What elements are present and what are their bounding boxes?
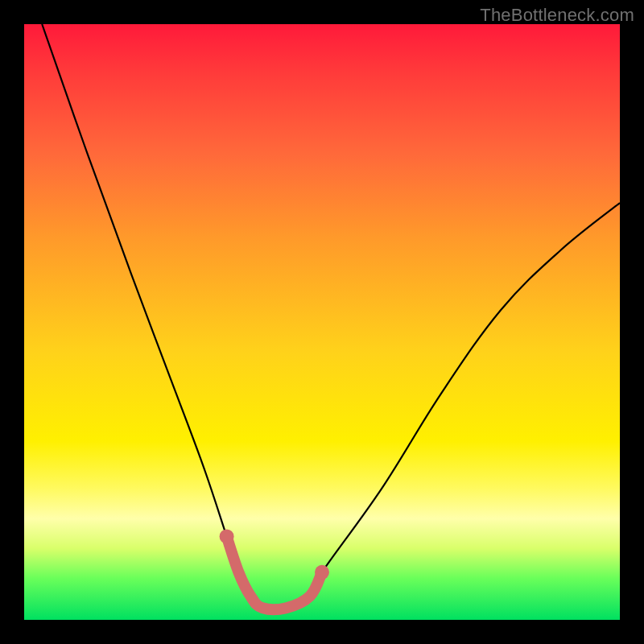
bottleneck-curve-path bbox=[42, 24, 620, 609]
chart-frame: TheBottleneck.com bbox=[0, 0, 644, 644]
watermark-text: TheBottleneck.com bbox=[480, 5, 634, 26]
optimal-zone-endpoint bbox=[315, 565, 329, 580]
chart-plot-area bbox=[24, 24, 620, 620]
optimal-zone-path bbox=[227, 536, 322, 609]
optimal-zone-endpoint bbox=[220, 529, 234, 543]
chart-svg bbox=[24, 24, 620, 620]
